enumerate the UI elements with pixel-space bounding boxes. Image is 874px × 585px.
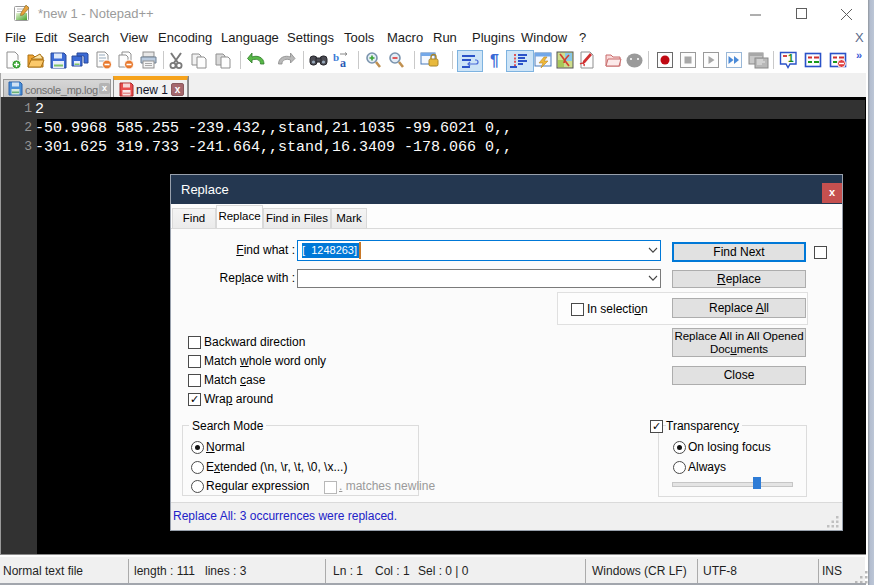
svg-text:¶: ¶: [490, 52, 499, 69]
svg-text:1: 1: [788, 53, 794, 64]
svg-text:a: a: [340, 56, 346, 70]
svg-text:b: b: [333, 51, 339, 63]
